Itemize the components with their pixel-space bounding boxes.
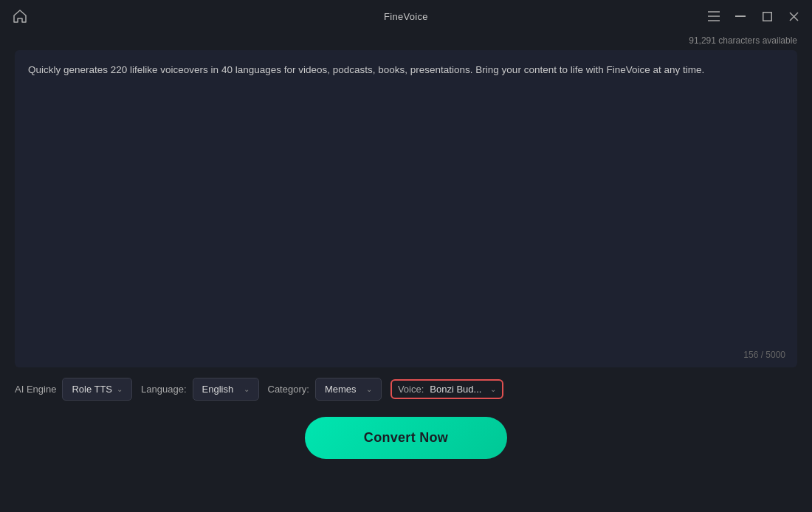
language-select[interactable]: English ⌄ xyxy=(193,378,259,401)
window-controls xyxy=(707,10,800,23)
convert-now-button[interactable]: Convert Now xyxy=(305,417,507,459)
language-chevron-icon: ⌄ xyxy=(244,385,250,393)
ai-engine-value: Role TTS xyxy=(72,384,112,395)
app-title: FineVoice xyxy=(384,11,428,22)
ai-engine-chevron-icon: ⌄ xyxy=(117,385,123,393)
convert-btn-wrapper: Convert Now xyxy=(0,411,812,471)
chars-available: 91,291 characters available xyxy=(0,32,812,50)
category-label: Category: xyxy=(268,384,309,395)
voice-select[interactable]: Bonzi Bud... ⌄ xyxy=(430,384,496,395)
minimize-button[interactable] xyxy=(734,10,747,23)
voice-chevron-icon: ⌄ xyxy=(490,385,496,393)
text-area-wrapper[interactable]: Quickly generates 220 lifelike voiceover… xyxy=(15,50,797,367)
maximize-button[interactable] xyxy=(760,10,774,23)
main-content: Quickly generates 220 lifelike voiceover… xyxy=(15,50,797,367)
title-bar-left xyxy=(12,8,28,24)
ai-engine-label: AI Engine xyxy=(15,384,56,395)
ai-engine-group: AI Engine Role TTS ⌄ xyxy=(15,378,132,401)
text-area-content: Quickly generates 220 lifelike voiceover… xyxy=(28,62,784,78)
category-group: Category: Memes ⌄ xyxy=(268,378,382,401)
category-chevron-icon: ⌄ xyxy=(366,385,372,393)
category-value: Memes xyxy=(325,384,357,395)
category-select[interactable]: Memes ⌄ xyxy=(315,378,382,401)
voice-label: Voice: xyxy=(398,384,424,395)
home-icon[interactable] xyxy=(12,8,28,24)
voice-select-wrapper: Voice: Bonzi Bud... ⌄ xyxy=(390,379,503,399)
language-group: Language: English ⌄ xyxy=(141,378,258,401)
svg-rect-3 xyxy=(735,15,746,17)
controls-bar: AI Engine Role TTS ⌄ Language: English ⌄… xyxy=(0,367,812,411)
svg-rect-4 xyxy=(763,12,771,21)
language-label: Language: xyxy=(141,384,186,395)
menu-icon[interactable] xyxy=(707,10,720,23)
voice-value: Bonzi Bud... xyxy=(430,384,481,395)
title-bar: FineVoice xyxy=(0,0,812,32)
char-count: 156 / 5000 xyxy=(743,350,785,360)
ai-engine-select[interactable]: Role TTS ⌄ xyxy=(62,378,132,401)
close-button[interactable] xyxy=(787,10,800,23)
language-value: English xyxy=(202,384,234,395)
